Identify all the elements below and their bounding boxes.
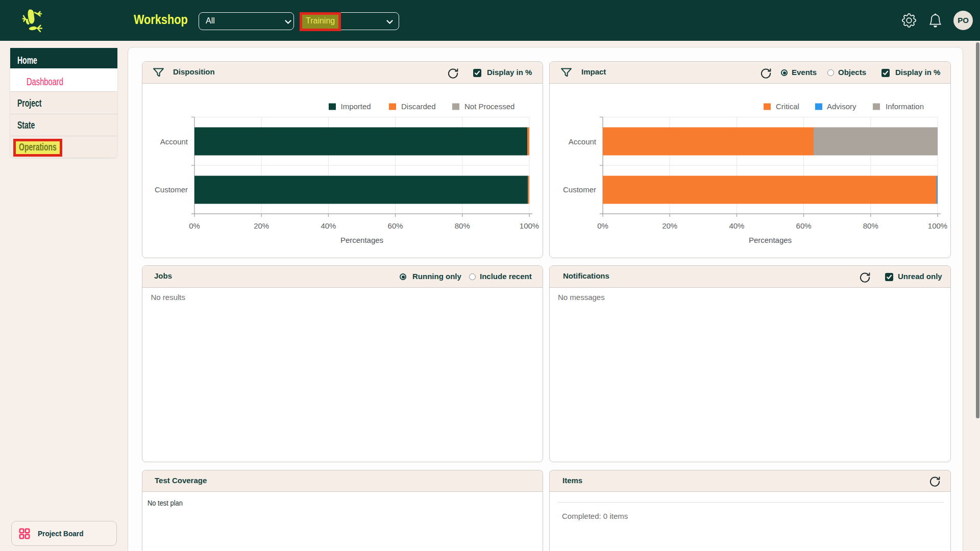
svg-text:20%: 20% [662,221,677,230]
svg-text:Not Processed: Not Processed [464,102,514,111]
svg-text:Customer: Customer [563,185,596,194]
svg-text:Information: Information [886,102,924,111]
svg-text:Account: Account [160,137,188,146]
svg-text:40%: 40% [321,221,336,230]
svg-text:Imported: Imported [341,102,371,111]
svg-text:Percentages: Percentages [749,236,792,244]
svg-text:40%: 40% [729,221,744,230]
svg-text:100%: 100% [520,221,539,230]
svg-text:Percentages: Percentages [340,236,383,244]
svg-text:0%: 0% [189,221,200,230]
svg-text:Customer: Customer [155,185,188,194]
svg-text:20%: 20% [254,221,269,230]
svg-text:60%: 60% [388,221,403,230]
svg-text:0%: 0% [597,221,608,230]
svg-text:60%: 60% [796,221,812,230]
svg-text:Discarded: Discarded [401,102,436,111]
svg-text:80%: 80% [455,221,470,230]
svg-text:100%: 100% [928,221,947,230]
svg-text:Critical: Critical [776,102,799,111]
svg-text:Account: Account [569,137,597,146]
svg-text:Advisory: Advisory [827,102,856,111]
svg-text:80%: 80% [863,221,878,230]
